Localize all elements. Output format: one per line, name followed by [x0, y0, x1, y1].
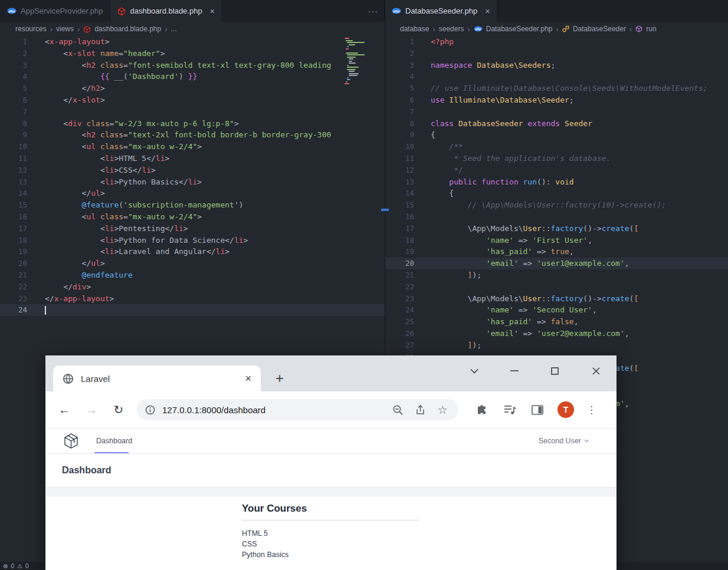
- breadcrumb-item[interactable]: views: [56, 25, 74, 33]
- code-line[interactable]: 11 * Seed the application's database.: [385, 153, 728, 164]
- code-line[interactable]: 11 <li>HTML 5</li>: [0, 153, 385, 164]
- breadcrumb-item[interactable]: ...: [171, 25, 177, 33]
- code-line[interactable]: 23</x-app-layout>: [0, 293, 385, 305]
- code-line[interactable]: 10 <ul class="mx-auto w-2/4">: [0, 141, 385, 153]
- code-line[interactable]: 4 {{ __('Dashboard') }}: [0, 71, 385, 83]
- code-line[interactable]: 6 </x-slot>: [0, 94, 385, 106]
- code-line[interactable]: 19 'has_paid' => true,: [385, 246, 728, 258]
- code-line[interactable]: 14 </ul>: [0, 187, 385, 199]
- code-line[interactable]: 8 <div class="w-2/3 mx-auto p-6 lg:p-8">: [0, 118, 385, 130]
- code-line[interactable]: 5// use Illuminate\Database\Console\Seed…: [385, 83, 728, 94]
- code-line[interactable]: 1<x-app-layout>: [0, 36, 385, 48]
- code-line[interactable]: 14 {: [385, 187, 728, 199]
- share-icon[interactable]: [412, 402, 428, 417]
- laravel-logo[interactable]: [63, 433, 79, 449]
- breadcrumb-item[interactable]: resources: [15, 25, 47, 33]
- code-line[interactable]: 25 'has_paid' => false,: [385, 316, 728, 328]
- code-line[interactable]: 27 ]);: [385, 340, 728, 351]
- code-line[interactable]: 2: [385, 48, 728, 60]
- code-line[interactable]: 6use Illuminate\Database\Seeder;: [385, 94, 728, 106]
- back-button[interactable]: ←: [55, 401, 73, 419]
- code-line[interactable]: 24 'name' => 'Second User',: [385, 304, 728, 316]
- code-line[interactable]: 15 // \App\Models\User::factory(10)->cre…: [385, 199, 728, 211]
- user-menu-dropdown[interactable]: Second User: [539, 429, 589, 453]
- breadcrumb-item[interactable]: run: [646, 25, 656, 33]
- code-line[interactable]: 7: [0, 106, 385, 118]
- code-line[interactable]: 20 </ul>: [0, 258, 385, 269]
- tab-databaseseeder[interactable]: php DatabaseSeeder.php ×: [385, 0, 497, 22]
- errors-count[interactable]: 0: [11, 563, 14, 569]
- code-line[interactable]: 26 'email' => 'user2@example.com',: [385, 328, 728, 340]
- code-line[interactable]: 23 \App\Models\User::factory()->create([: [385, 293, 728, 305]
- code-line[interactable]: 13 <li>Python Basics</li>: [0, 176, 385, 188]
- code-line[interactable]: 24: [0, 304, 385, 316]
- code-line[interactable]: 12 */: [385, 164, 728, 176]
- editor-actions-overflow-icon[interactable]: ···: [368, 0, 378, 22]
- errors-icon[interactable]: ⊗: [3, 563, 8, 569]
- code-text: <x-app-layout>: [45, 36, 110, 48]
- code-line[interactable]: 20 'email' => 'user1@example.com',: [385, 258, 728, 269]
- tab-close-icon[interactable]: ×: [210, 6, 215, 16]
- code-line[interactable]: 16 <ul class="mx-auto w-2/4">: [0, 211, 385, 223]
- code-line[interactable]: 21 @endfeature: [0, 269, 385, 281]
- line-number: 6: [0, 94, 27, 106]
- code-line[interactable]: 15 @feature('subscription-management'): [0, 199, 385, 211]
- reload-button[interactable]: ↻: [110, 401, 127, 419]
- code-line[interactable]: 9{: [385, 129, 728, 141]
- zoom-out-icon[interactable]: [390, 402, 405, 417]
- maximize-button[interactable]: [547, 363, 562, 378]
- code-line[interactable]: 8class DatabaseSeeder extends Seeder: [385, 118, 728, 130]
- breadcrumb-item[interactable]: DatabaseSeeder: [573, 25, 626, 33]
- forward-button[interactable]: →: [83, 401, 100, 419]
- code-line[interactable]: 10 /**: [385, 141, 728, 153]
- side-panel-icon[interactable]: [530, 402, 545, 417]
- tab-search-chevron-icon[interactable]: [467, 363, 482, 378]
- extensions-puzzle-icon[interactable]: [474, 402, 490, 417]
- tab-dashboard-blade[interactable]: dashboard.blade.php ×: [110, 0, 222, 22]
- minimap[interactable]: [345, 38, 382, 87]
- code-line[interactable]: 12 <li>CSS</li>: [0, 164, 385, 176]
- code-line[interactable]: 21 ]);: [385, 269, 728, 281]
- close-window-button[interactable]: [588, 363, 604, 378]
- nav-link-dashboard[interactable]: Dashboard: [96, 429, 132, 453]
- code-line[interactable]: 16: [385, 211, 728, 223]
- sash-indicator[interactable]: [381, 209, 389, 211]
- tab-close-icon[interactable]: ×: [485, 6, 490, 16]
- code-line[interactable]: 17 \App\Models\User::factory()->create([: [385, 223, 728, 235]
- browser-tab-laravel[interactable]: Laravel ×: [53, 365, 261, 391]
- code-line[interactable]: 5 </h2>: [0, 83, 385, 94]
- code-line[interactable]: 17 <li>Pentesting</li>: [0, 223, 385, 235]
- warnings-count[interactable]: 0: [25, 563, 29, 569]
- tab-close-icon[interactable]: ×: [245, 373, 251, 385]
- code-line[interactable]: 22 </div>: [0, 281, 385, 293]
- line-number: 1: [0, 36, 27, 48]
- site-info-icon[interactable]: [145, 405, 155, 415]
- code-line[interactable]: 18 'name' => 'First User',: [385, 235, 728, 246]
- warnings-icon[interactable]: ⚠: [17, 563, 22, 569]
- breadcrumb-item[interactable]: dashboard.blade.php: [94, 25, 161, 33]
- tab-appserviceprovider[interactable]: php AppServiceProvider.php: [0, 0, 110, 22]
- bookmark-star-icon[interactable]: ☆: [435, 402, 450, 417]
- breadcrumb-item[interactable]: DatabaseSeeder.php: [486, 25, 553, 33]
- toolbar-right-icons: T ⋮: [474, 401, 596, 418]
- code-line[interactable]: 7: [385, 106, 728, 118]
- code-line[interactable]: 13 public function run(): void: [385, 176, 728, 188]
- code-line[interactable]: 19 <li>Laravel and Angular</li>: [0, 246, 385, 258]
- code-line[interactable]: 9 <h2 class="text-2xl font-bold border-b…: [0, 129, 385, 141]
- code-line[interactable]: 2 <x-slot name="header">: [0, 48, 385, 60]
- media-playlist-icon[interactable]: [502, 402, 517, 417]
- code-line[interactable]: 18 <li>Python for Data Science</li>: [0, 235, 385, 246]
- url-text[interactable]: 127.0.0.1:8000/dashboard: [162, 405, 383, 415]
- code-line[interactable]: 22: [385, 281, 728, 293]
- browser-menu-icon[interactable]: ⋮: [586, 404, 596, 416]
- breadcrumb-item[interactable]: seeders: [439, 25, 464, 33]
- code-line[interactable]: 4: [385, 71, 728, 83]
- profile-avatar[interactable]: T: [558, 401, 574, 418]
- address-bar[interactable]: 127.0.0.1:8000/dashboard ☆: [137, 399, 458, 420]
- code-line[interactable]: 3namespace Database\Seeders;: [385, 60, 728, 71]
- code-line[interactable]: 3 <h2 class="font-semibold text-xl text-…: [0, 60, 385, 71]
- minimize-button[interactable]: [507, 363, 522, 378]
- breadcrumb-item[interactable]: database: [400, 25, 429, 33]
- new-tab-button[interactable]: +: [276, 371, 284, 386]
- code-line[interactable]: 1<?php: [385, 36, 728, 48]
